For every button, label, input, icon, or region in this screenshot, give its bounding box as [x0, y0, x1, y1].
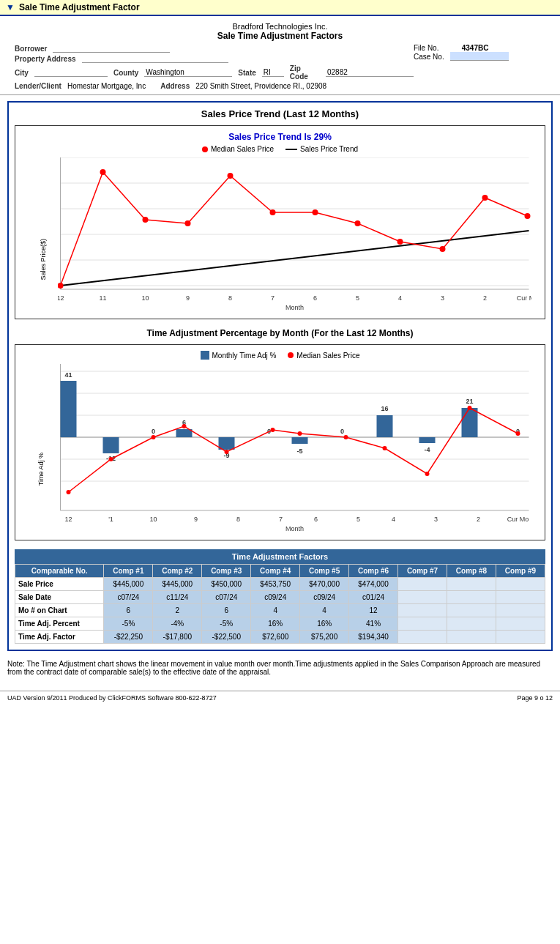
- svg-text:16: 16: [381, 405, 388, 412]
- col-header-7: Comp #7: [398, 565, 447, 578]
- cell-0-3: $453,750: [251, 578, 300, 591]
- svg-text:'1: '1: [108, 516, 113, 523]
- cell-1-7: [447, 591, 496, 604]
- cell-3-0: -5%: [104, 617, 153, 631]
- title-bar: ▼ Sale Time Adjustment Factor: [0, 0, 560, 16]
- header-section: Bradford Technologies Inc. Sale Time Adj…: [0, 16, 560, 95]
- cell-4-0: -$22,250: [104, 631, 153, 644]
- svg-point-15: [58, 283, 64, 289]
- time-adj-chart-container: Monthly Time Adj % Median Sales Price: [15, 344, 545, 540]
- svg-rect-60: [176, 429, 193, 437]
- svg-text:12: 12: [64, 516, 72, 523]
- svg-text:8: 8: [236, 516, 240, 523]
- svg-text:5: 5: [356, 516, 360, 523]
- svg-point-22: [355, 220, 361, 226]
- trend-legend-label: Sales Price Trend: [300, 145, 358, 153]
- svg-text:12: 12: [58, 294, 64, 302]
- note-text: Note: The Time Adjustment chart shows th…: [7, 660, 540, 676]
- cell-1-4: c09/24: [300, 591, 349, 604]
- sales-price-svg: 280,000 260,000 240,000 220,000 200,000 …: [58, 157, 531, 311]
- median-adj-legend-icon: [288, 352, 294, 358]
- svg-text:-4: -4: [424, 446, 430, 453]
- svg-text:9: 9: [194, 516, 198, 523]
- row-label-1: Sale Date: [15, 591, 104, 604]
- cell-0-8: [496, 578, 545, 591]
- note-section: Note: The Time Adjustment chart shows th…: [7, 660, 553, 676]
- cell-2-6: [398, 604, 447, 617]
- svg-point-77: [152, 435, 156, 439]
- cell-3-3: 16%: [251, 617, 300, 631]
- cell-1-6: [398, 591, 447, 604]
- table-row: Mo # on Chart6264412: [15, 604, 545, 617]
- svg-text:21: 21: [466, 398, 473, 405]
- cell-3-4: 16%: [300, 617, 349, 631]
- report-title: Sale Time Adjustment Factors: [15, 31, 545, 41]
- svg-text:Cur Mo: Cur Mo: [507, 516, 529, 523]
- svg-rect-62: [219, 437, 235, 450]
- row-label-0: Sale Price: [15, 578, 104, 591]
- cell-2-0: 6: [104, 604, 153, 617]
- cell-4-4: $75,200: [300, 631, 349, 644]
- cell-0-6: [398, 578, 447, 591]
- sales-price-chart-container: Sales Price Trend Is 29% Median Sales Pr…: [15, 125, 545, 319]
- svg-rect-68: [377, 415, 393, 437]
- col-header-5: Comp #5: [300, 565, 349, 578]
- svg-point-18: [185, 220, 191, 226]
- median-adj-legend: Median Sales Price: [288, 351, 359, 360]
- col-header-4: Comp #4: [251, 565, 300, 578]
- case-no-row: Case No.: [414, 52, 545, 61]
- y-axis-title-2: Time Adj %: [37, 453, 45, 486]
- cell-0-7: [447, 578, 496, 591]
- svg-point-21: [313, 209, 318, 215]
- time-adj-legend: Monthly Time Adj % Median Sales Price: [21, 351, 539, 360]
- col-header-6: Comp #6: [349, 565, 398, 578]
- svg-point-82: [344, 435, 348, 439]
- cell-3-5: 41%: [349, 617, 398, 631]
- cell-0-1: $445,000: [153, 578, 202, 591]
- cell-4-6: [398, 631, 447, 644]
- cell-2-8: [496, 604, 545, 617]
- cell-2-2: 6: [202, 604, 251, 617]
- svg-text:Month: Month: [285, 525, 304, 532]
- cell-3-6: [398, 617, 447, 631]
- svg-point-86: [516, 431, 520, 436]
- svg-text:Month: Month: [285, 304, 304, 311]
- cell-2-7: [447, 604, 496, 617]
- lender-row: Lender/Client Homestar Mortgage, Inc Add…: [15, 82, 414, 90]
- cell-2-1: 2: [153, 604, 202, 617]
- svg-point-17: [143, 217, 149, 223]
- y-axis-title: Sales Price($): [40, 239, 47, 280]
- title-bar-text: Sale Time Adjustment Factor: [19, 2, 140, 12]
- main-content: Sales Price Trend (Last 12 Months) Sales…: [7, 101, 553, 651]
- property-row: Property Address: [15, 54, 414, 63]
- cell-4-8: [496, 631, 545, 644]
- cell-1-3: c09/24: [251, 591, 300, 604]
- monthly-adj-legend-label: Monthly Time Adj %: [212, 352, 277, 360]
- median-adj-legend-label: Median Sales Price: [296, 352, 359, 360]
- svg-point-19: [228, 173, 234, 179]
- cell-0-5: $474,000: [349, 578, 398, 591]
- svg-point-80: [271, 428, 275, 432]
- city-row: City County Washington State RI Zip Code…: [15, 64, 414, 81]
- col-header-8: Comp #8: [447, 565, 496, 578]
- median-legend-icon: [202, 146, 208, 152]
- svg-point-85: [468, 406, 472, 410]
- median-legend: Median Sales Price: [202, 145, 274, 153]
- svg-text:4: 4: [398, 294, 402, 302]
- cell-0-4: $470,000: [300, 578, 349, 591]
- cell-2-5: 12: [349, 604, 398, 617]
- trend-legend: Sales Price Trend: [285, 145, 358, 153]
- svg-point-78: [182, 424, 187, 428]
- row-label-4: Time Adj. Factor: [15, 631, 104, 644]
- svg-text:8: 8: [228, 294, 232, 302]
- svg-text:3: 3: [434, 516, 438, 523]
- company-header: Bradford Technologies Inc. Sale Time Adj…: [15, 22, 545, 41]
- svg-text:Cur Mo: Cur Mo: [517, 294, 531, 302]
- table-row: Time Adj. Percent-5%-4%-5%16%16%41%: [15, 617, 545, 631]
- row-label-2: Mo # on Chart: [15, 604, 104, 617]
- table-row: Time Adj. Factor-$22,250-$17,800-$22,500…: [15, 631, 545, 644]
- cell-1-8: [496, 591, 545, 604]
- svg-point-25: [482, 195, 488, 201]
- col-header-9: Comp #9: [496, 565, 545, 578]
- svg-text:0: 0: [152, 428, 155, 435]
